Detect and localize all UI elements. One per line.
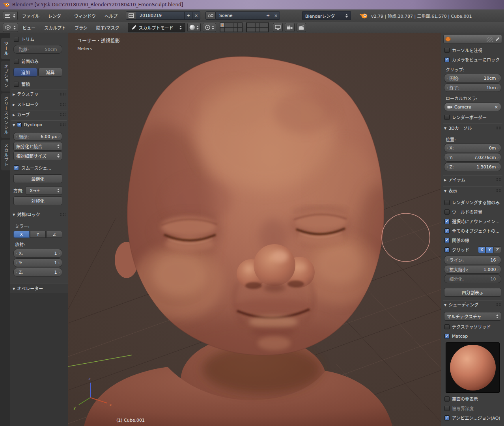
add-button[interactable]: 追加: [13, 68, 37, 77]
accumulate-checkbox[interactable]: 蓄積: [14, 80, 62, 88]
layers-group-2[interactable]: [246, 22, 269, 32]
layer-cell[interactable]: [238, 23, 242, 27]
grid-lines-field[interactable]: ライン: 16: [444, 256, 501, 264]
matcap-checkbox[interactable]: Matcap: [444, 333, 501, 340]
editor-type-selector[interactable]: [3, 11, 18, 20]
layer-cell[interactable]: [260, 28, 264, 32]
checkbox-box[interactable]: [444, 48, 450, 53]
tab-grease-pencil[interactable]: グリースペンシル: [1, 93, 10, 138]
3d-viewport[interactable]: z y x ユーザー・透視投影 Meters (1) Cube.001: [68, 33, 441, 426]
screen-layout-add-button[interactable]: +: [185, 11, 192, 20]
grid-y-button[interactable]: Y: [486, 247, 493, 253]
layers-group-1[interactable]: [220, 22, 243, 32]
scene-add-button[interactable]: +: [264, 11, 272, 20]
pivot-point-dropdown[interactable]: [203, 23, 216, 32]
outline-selected-checkbox[interactable]: 選択時にアウトライン...: [444, 218, 501, 225]
lock-camera-to-view-checkbox[interactable]: カメラをビューにロック: [444, 56, 501, 63]
checkbox-box[interactable]: [444, 57, 450, 62]
symmetrize-direction-dropdown[interactable]: -X→+: [26, 186, 62, 195]
mirror-z-button[interactable]: Z: [46, 231, 62, 238]
layer-cell[interactable]: [233, 28, 237, 32]
sculpt-scene[interactable]: z y x: [68, 33, 441, 426]
checkbox-box[interactable]: [14, 59, 19, 64]
grid-x-button[interactable]: X: [478, 247, 485, 253]
layer-cell[interactable]: [220, 28, 224, 32]
shading-mode-dropdown[interactable]: マルチテクスチャ: [444, 312, 501, 321]
menu-window[interactable]: ウィンドウ: [70, 13, 100, 19]
subtract-button[interactable]: 減算: [38, 68, 62, 77]
scene-browse-button[interactable]: [205, 11, 216, 20]
world-background-checkbox[interactable]: ワールドの背景: [444, 208, 501, 215]
grid-floor-checkbox[interactable]: グリッド X Y Z: [444, 246, 501, 253]
grid-scale-field[interactable]: 拡大縮小: 1.000: [444, 265, 501, 274]
layer-cell[interactable]: [225, 23, 229, 27]
optimize-button[interactable]: 最適化: [13, 174, 62, 183]
checkbox-box[interactable]: [444, 200, 450, 205]
layer-cell[interactable]: [264, 23, 268, 27]
matcap-preview[interactable]: [446, 342, 500, 393]
panel-header-bar[interactable]: [443, 35, 502, 43]
detail-type-dropdown[interactable]: 相対細部サイズ: [13, 151, 62, 160]
operator-panel-header[interactable]: オペレーター: [10, 284, 68, 293]
tab-tools[interactable]: ツール: [1, 38, 10, 59]
viewport-shading-dropdown[interactable]: [187, 23, 201, 32]
detail-size-field[interactable]: 細部: 6.00 px: [13, 132, 62, 141]
curve-panel-header[interactable]: カーブ: [11, 110, 67, 118]
clip-end-field[interactable]: 終了: 1km: [444, 83, 501, 92]
dyntopo-panel-header[interactable]: Dyntopo: [11, 120, 67, 129]
clip-start-field[interactable]: 開始: 10cm: [444, 74, 501, 82]
scene-close-button[interactable]: ×: [272, 11, 280, 20]
screen-toggle-button[interactable]: [273, 23, 283, 32]
layer-cell[interactable]: [251, 23, 255, 27]
all-object-origins-checkbox[interactable]: 全てのオブジェクトの...: [444, 227, 501, 234]
checkbox-box[interactable]: [444, 228, 450, 234]
quad-view-button[interactable]: 四分割表示: [444, 288, 501, 297]
layer-cell[interactable]: [247, 28, 251, 32]
mirror-x-button[interactable]: X: [13, 231, 30, 238]
local-camera-field[interactable]: Camera ×: [444, 103, 501, 111]
ambient-occlusion-checkbox[interactable]: アンビエン...ジョン(AO): [444, 414, 501, 421]
grid-z-button[interactable]: Z: [494, 247, 501, 253]
checkbox-box[interactable]: [444, 324, 450, 329]
stroke-panel-header[interactable]: ストローク: [11, 100, 67, 108]
menu-hide-mask[interactable]: 隠す/マスク: [92, 24, 124, 31]
menu-brush[interactable]: ブラシ: [70, 24, 92, 31]
screen-layout-browse-button[interactable]: [126, 11, 136, 20]
checkbox-box[interactable]: [444, 415, 450, 420]
tab-sculpt[interactable]: スカルプト: [1, 140, 10, 170]
menu-help[interactable]: ヘルプ: [100, 13, 122, 19]
render-border-checkbox[interactable]: レンダーボーダー: [444, 114, 501, 121]
render-preview-button[interactable]: [297, 23, 306, 32]
shading-panel-header[interactable]: シェーディング: [443, 300, 502, 308]
screen-layout-name-field[interactable]: 20180219: [136, 11, 185, 20]
checkbox-box[interactable]: [444, 247, 450, 252]
cursor-y-field[interactable]: Y: -7.0276cm: [444, 153, 501, 162]
layer-cell[interactable]: [229, 28, 233, 32]
depth-of-field-checkbox[interactable]: 被写界深度: [444, 405, 501, 412]
cursor-depth-checkbox[interactable]: カーソルを注視: [444, 47, 501, 54]
mirror-y-button[interactable]: Y: [30, 231, 46, 238]
relationship-lines-checkbox[interactable]: 関係の線: [444, 237, 501, 244]
checkbox-box[interactable]: [444, 396, 450, 402]
cursor-z-field[interactable]: Z: 1.3016m: [444, 163, 501, 171]
scene-name-field[interactable]: Scene: [216, 11, 264, 20]
layer-cell[interactable]: [247, 23, 251, 27]
distance-field[interactable]: 距離: 50cm: [13, 45, 62, 54]
3d-cursor-panel-header[interactable]: 3Dカーソル: [443, 123, 502, 132]
only-render-checkbox[interactable]: レンダリングする物のみ: [444, 199, 501, 206]
layer-cell[interactable]: [225, 28, 229, 32]
menu-render[interactable]: レンダー: [44, 13, 70, 19]
layer-cell[interactable]: [260, 23, 264, 27]
camera-view-button[interactable]: [285, 23, 295, 32]
trim-checkbox[interactable]: トリム: [14, 36, 62, 43]
menu-file[interactable]: ファイル: [18, 13, 44, 19]
sculpted-head[interactable]: [84, 56, 403, 426]
symmetrize-button[interactable]: 対称化: [13, 196, 62, 205]
checkbox-box[interactable]: [444, 238, 450, 243]
checkbox-box[interactable]: [444, 209, 450, 215]
texture-solid-checkbox[interactable]: テクスチャソリッド: [444, 323, 501, 330]
radial-z-field[interactable]: Z: 1: [13, 268, 62, 277]
layer-cell[interactable]: [220, 23, 224, 27]
checkbox-box[interactable]: [14, 37, 19, 42]
item-panel-header[interactable]: アイテム: [443, 175, 502, 183]
